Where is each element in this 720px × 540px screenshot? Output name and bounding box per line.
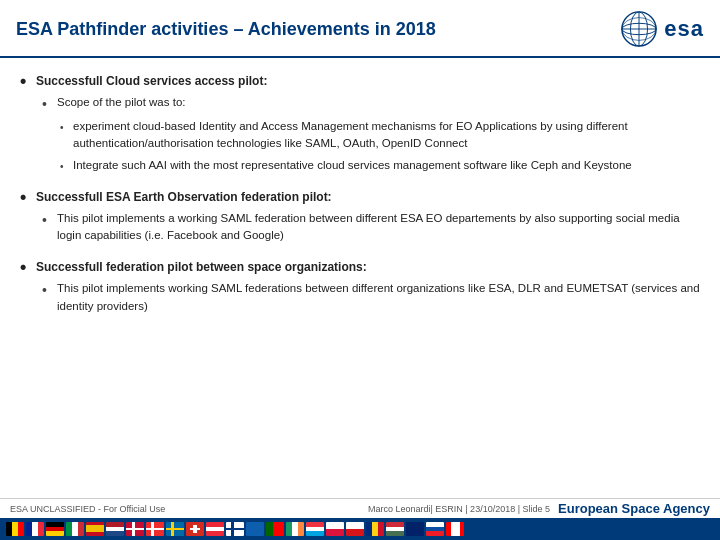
flag-de <box>46 522 64 536</box>
section-2-title: Successfull ESA Earth Observation federa… <box>36 188 332 206</box>
footer-info-bar: ESA UNCLASSIFIED - For Official Use Marc… <box>0 498 720 518</box>
flag-uk <box>406 522 424 536</box>
sub-item-1-row: • Scope of the pilot was to: <box>42 94 700 115</box>
flag-ro <box>366 522 384 536</box>
flag-hu <box>386 522 404 536</box>
header-title: ESA Pathfinder activities – Achievements… <box>16 19 436 40</box>
esa-text: esa <box>664 16 704 42</box>
flag-no <box>146 522 164 536</box>
sub-item-3-label: This pilot implements working SAML feder… <box>57 280 700 315</box>
bullet-2-main: • <box>20 188 30 206</box>
sub-item-2-row: • This pilot implements a working SAML f… <box>42 210 700 245</box>
flag-it <box>66 522 84 536</box>
esa-logo: esa <box>620 10 704 48</box>
flag-be <box>6 522 24 536</box>
esa-globe-icon <box>620 10 658 48</box>
flag-dk <box>126 522 144 536</box>
classification-text: ESA UNCLASSIFIED - For Official Use <box>10 504 165 514</box>
flag-at <box>206 522 224 536</box>
flag-sk <box>426 522 444 536</box>
main-content: • Successfull Cloud services access pilo… <box>0 58 720 335</box>
section-3-title-row: • Successfull federation pilot between s… <box>20 258 700 276</box>
section-3-title: Successfull federation pilot between spa… <box>36 258 367 276</box>
flag-fr <box>26 522 44 536</box>
sub-sub-item-1: • experiment cloud-based Identity and Ac… <box>60 118 700 153</box>
footer: ESA UNCLASSIFIED - For Official Use Marc… <box>0 498 720 540</box>
sub-item-2-label: This pilot implements a working SAML fed… <box>57 210 700 245</box>
section-1-title-row: • Successfull Cloud services access pilo… <box>20 72 700 90</box>
flag-bar <box>0 518 720 540</box>
flag-ca <box>446 522 464 536</box>
header: ESA Pathfinder activities – Achievements… <box>0 0 720 58</box>
flag-ch <box>186 522 204 536</box>
bullet-1-main: • <box>20 72 30 90</box>
bullet-3-sub: • <box>42 280 52 301</box>
flag-cz <box>346 522 364 536</box>
section-2-title-row: • Successfull ESA Earth Observation fede… <box>20 188 700 206</box>
bullet-2-sub: • <box>42 210 52 231</box>
section-cloud-services: • Successfull Cloud services access pilo… <box>20 72 700 174</box>
flag-gr <box>246 522 264 536</box>
flag-fi <box>226 522 244 536</box>
flag-pt <box>266 522 284 536</box>
sub-item-1-label: Scope of the pilot was to: <box>57 94 186 111</box>
section-space-federation: • Successfull federation pilot between s… <box>20 258 700 315</box>
bullet-1-sub: • <box>42 94 52 115</box>
flag-nl <box>106 522 124 536</box>
sub-sub-text-2: Integrate such AAI with the most represe… <box>73 157 632 174</box>
section-1-title: Successfull Cloud services access pilot: <box>36 72 267 90</box>
bullet-1-sub-sub-2: • <box>60 159 68 174</box>
flag-se <box>166 522 184 536</box>
agency-text: European Space Agency <box>558 501 710 516</box>
flag-es <box>86 522 104 536</box>
sub-sub-text-1: experiment cloud-based Identity and Acce… <box>73 118 700 153</box>
bullet-1-sub-sub-1: • <box>60 120 68 135</box>
sub-item-3-row: • This pilot implements working SAML fed… <box>42 280 700 315</box>
flag-pl <box>326 522 344 536</box>
sub-sub-section-1: • experiment cloud-based Identity and Ac… <box>60 118 700 174</box>
author-text: Marco Leonardi| ESRIN | 23/10/2018 | Sli… <box>368 504 550 514</box>
sub-section-2: • This pilot implements a working SAML f… <box>42 210 700 245</box>
bullet-3-main: • <box>20 258 30 276</box>
sub-section-1: • Scope of the pilot was to: • experimen… <box>42 94 700 174</box>
flag-ie <box>286 522 304 536</box>
sub-sub-item-2: • Integrate such AAI with the most repre… <box>60 157 700 174</box>
section-eo-federation: • Successfull ESA Earth Observation fede… <box>20 188 700 245</box>
flag-lu <box>306 522 324 536</box>
sub-section-3: • This pilot implements working SAML fed… <box>42 280 700 315</box>
footer-right: Marco Leonardi| ESRIN | 23/10/2018 | Sli… <box>368 501 710 516</box>
